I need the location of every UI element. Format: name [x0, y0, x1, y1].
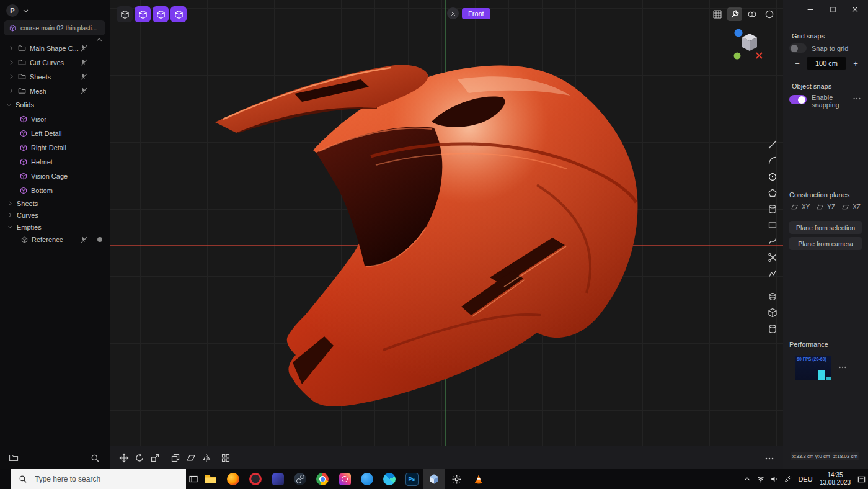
sheet-button[interactable]	[184, 451, 198, 465]
polygon-tool-button[interactable]	[765, 186, 780, 200]
move-button[interactable]	[117, 451, 131, 465]
plane-from-selection-button[interactable]: Plane from selection	[789, 221, 862, 234]
cylinder-tool-button[interactable]	[765, 202, 780, 216]
search-input[interactable]	[33, 474, 172, 484]
network-icon[interactable]	[754, 469, 768, 489]
snapping-overlay-button[interactable]	[745, 7, 760, 21]
extrude-tool-button[interactable]	[765, 321, 780, 336]
array-button[interactable]	[218, 451, 232, 465]
grid-size-increase-button[interactable]: +	[850, 59, 861, 68]
rotate-button[interactable]	[132, 451, 146, 465]
tree-folder-sheets[interactable]: Sheets	[0, 70, 110, 84]
tree-solid-left-detail[interactable]: Left Detail	[0, 126, 110, 140]
toggle-grid-button[interactable]	[710, 7, 725, 21]
tree-solid-visor[interactable]: Visor	[0, 112, 110, 126]
trim-tool-button[interactable]	[765, 250, 780, 264]
clock[interactable]: 14:35 13.08.2023	[816, 472, 854, 487]
selection-mode-control-point-button[interactable]	[117, 6, 133, 22]
file-tab[interactable]: course-main-02-thin.plasti...	[4, 20, 105, 35]
taskbar-skype-icon[interactable]	[356, 469, 378, 489]
sphere-tool-button[interactable]	[765, 289, 780, 303]
scale-button[interactable]	[148, 451, 162, 465]
chevron-right-icon[interactable]	[7, 212, 13, 218]
plane-yz-button[interactable]: YZ	[827, 204, 835, 210]
app-menu-chevron-icon[interactable]	[22, 7, 29, 14]
enable-snapping-toggle[interactable]	[789, 95, 807, 104]
selection-mode-solid-button[interactable]	[170, 6, 187, 22]
taskbar-vlc-icon[interactable]	[467, 469, 490, 489]
unselectable-icon[interactable]	[80, 44, 88, 52]
unselectable-icon[interactable]	[80, 73, 88, 81]
chevron-right-icon[interactable]	[9, 88, 14, 94]
selection-mode-edge-button[interactable]	[135, 6, 151, 22]
render-mode-button[interactable]	[762, 7, 777, 21]
tree-empty-reference[interactable]: Reference	[0, 233, 110, 246]
arc-tool-button[interactable]	[765, 153, 780, 168]
pen-settings-icon[interactable]	[781, 469, 795, 489]
more-options-icon[interactable]	[764, 454, 774, 464]
tree-section-solids[interactable]: Solids	[0, 98, 110, 112]
tree-folder-mesh[interactable]: Mesh	[0, 84, 110, 98]
center-circle-tool-button[interactable]	[765, 169, 780, 184]
taskbar-instagram-icon[interactable]	[334, 469, 356, 489]
tree-section-curves[interactable]: Curves	[0, 209, 110, 221]
volume-icon[interactable]	[768, 469, 781, 489]
taskbar-discord-icon[interactable]	[267, 469, 289, 489]
tree-section-empties[interactable]: Empties	[0, 221, 110, 233]
plane-xy-button[interactable]: XY	[802, 204, 810, 210]
task-view-button[interactable]	[186, 469, 201, 489]
3d-viewport[interactable]: Front	[110, 0, 783, 469]
tree-solid-helmet[interactable]: Helmet	[0, 155, 110, 169]
view-orientation-badge[interactable]: Front	[462, 8, 490, 19]
helmet-model[interactable]	[110, 0, 783, 469]
maximize-window-button[interactable]	[825, 3, 841, 16]
chevron-down-icon[interactable]	[6, 102, 12, 108]
polyline-tool-button[interactable]	[765, 266, 780, 280]
selection-mode-face-button[interactable]	[153, 6, 169, 22]
taskbar-photoshop-icon[interactable]: Ps	[401, 469, 423, 489]
visibility-dot[interactable]	[97, 237, 102, 242]
taskbar-brave-icon[interactable]	[244, 469, 267, 489]
taskbar-steam-icon[interactable]	[289, 469, 311, 489]
line-tool-button[interactable]	[765, 137, 780, 151]
tree-solid-vision-cage[interactable]: Vision Cage	[0, 169, 110, 183]
performance-more-icon[interactable]	[838, 363, 847, 372]
app-logo[interactable]: P	[6, 4, 19, 17]
snap-to-grid-toggle[interactable]	[789, 43, 807, 53]
box-tool-button[interactable]	[765, 305, 780, 320]
close-window-button[interactable]	[847, 3, 863, 16]
tree-solid-bottom[interactable]: Bottom	[0, 183, 110, 197]
taskbar-plasticity-icon[interactable]	[423, 469, 445, 489]
tools-button[interactable]	[727, 7, 742, 21]
taskbar-chrome-icon[interactable]	[311, 469, 334, 489]
plane-xz-button[interactable]: XZ	[852, 204, 861, 210]
taskbar-settings-icon[interactable]	[445, 469, 467, 489]
tray-chevron-up-icon[interactable]	[740, 469, 754, 489]
close-view-button[interactable]	[447, 7, 459, 19]
grid-size-decrease-button[interactable]: −	[792, 59, 803, 68]
unselectable-icon[interactable]	[80, 58, 88, 66]
tree-solid-right-detail[interactable]: Right Detail	[0, 140, 110, 155]
chevron-right-icon[interactable]	[9, 60, 14, 65]
tree-folder-cut-curves[interactable]: Cut Curves	[0, 55, 110, 70]
grid-size-value[interactable]: 100 cm	[807, 57, 846, 70]
rectangle-tool-button[interactable]	[765, 218, 780, 232]
view-gizmo[interactable]	[731, 27, 766, 63]
action-center-icon[interactable]	[854, 469, 868, 489]
taskbar-firefox-icon[interactable]	[222, 469, 244, 489]
mirror-button[interactable]	[199, 451, 213, 465]
chevron-down-icon[interactable]	[7, 224, 13, 230]
object-snaps-more-icon[interactable]	[852, 94, 861, 103]
taskbar-edge-icon[interactable]	[378, 469, 401, 489]
taskbar-search[interactable]	[11, 469, 186, 489]
tree-folder-main-shape[interactable]: Main Shape C...	[0, 41, 110, 55]
chevron-right-icon[interactable]	[7, 200, 13, 206]
tree-section-sheets[interactable]: Sheets	[0, 197, 110, 209]
minimize-window-button[interactable]	[802, 3, 818, 16]
plane-from-camera-button[interactable]: Plane from camera	[789, 237, 862, 250]
chevron-right-icon[interactable]	[9, 45, 14, 51]
language-indicator[interactable]: DEU	[795, 469, 816, 489]
unselectable-icon[interactable]	[80, 236, 88, 244]
chevron-right-icon[interactable]	[9, 74, 14, 79]
search-tree-icon[interactable]	[91, 454, 100, 463]
